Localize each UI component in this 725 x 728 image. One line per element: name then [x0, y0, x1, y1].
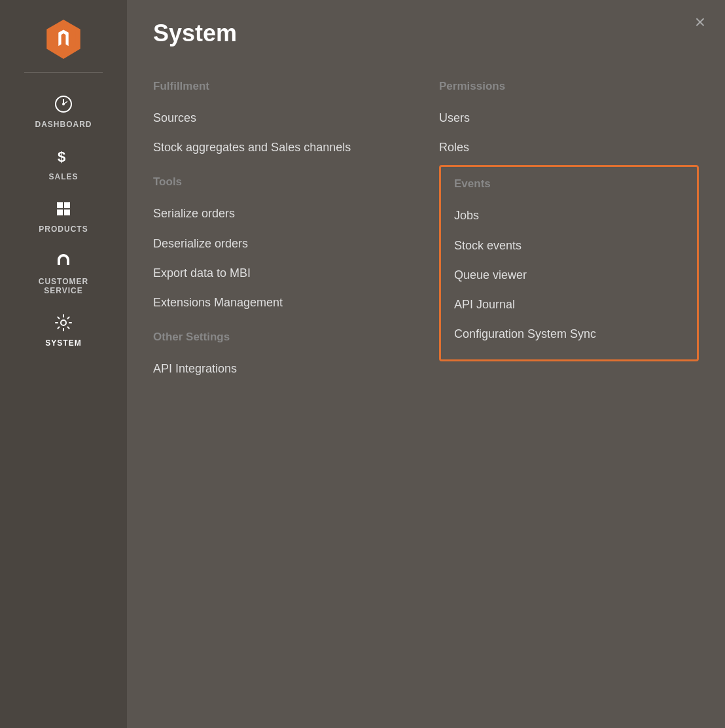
- svg-text:$: $: [58, 149, 66, 165]
- menu-item-users[interactable]: Users: [439, 103, 699, 133]
- sidebar-item-system[interactable]: SYSTEM: [0, 304, 127, 357]
- menu-item-configuration-system-sync[interactable]: Configuration System Sync: [454, 319, 684, 349]
- menu-item-queue-viewer[interactable]: Queue viewer: [454, 261, 684, 290]
- sidebar-item-customer-service[interactable]: CUSTOMER SERVICE: [0, 243, 127, 304]
- menu-item-jobs[interactable]: Jobs: [454, 201, 684, 230]
- sales-icon: $: [54, 147, 73, 168]
- sidebar-label-system: SYSTEM: [45, 338, 81, 348]
- sidebar-divider: [24, 72, 103, 73]
- sidebar-item-products[interactable]: PRODUCTS: [0, 191, 127, 243]
- menu-item-serialize-orders[interactable]: Serialize orders: [153, 199, 413, 228]
- svg-rect-5: [57, 209, 63, 215]
- menu-item-extensions-management[interactable]: Extensions Management: [153, 288, 413, 318]
- products-icon: [54, 200, 73, 221]
- sidebar: DASHBOARD $ SALES PRODUCTS: [0, 0, 127, 728]
- section-heading-tools: Tools: [153, 175, 413, 189]
- menu-item-deserialize-orders[interactable]: Deserialize orders: [153, 229, 413, 259]
- menu-item-stock-events[interactable]: Stock events: [454, 231, 684, 261]
- svg-rect-6: [64, 209, 70, 215]
- menu-item-sources[interactable]: Sources: [153, 103, 413, 133]
- menu-item-api-integrations[interactable]: API Integrations: [153, 354, 413, 384]
- svg-rect-3: [57, 202, 63, 208]
- logo-area: [0, 13, 127, 72]
- sidebar-label-dashboard: DASHBOARD: [35, 120, 92, 129]
- menu-item-stock-aggregates[interactable]: Stock aggregates and Sales channels: [153, 133, 413, 162]
- svg-rect-7: [58, 261, 60, 265]
- sidebar-item-dashboard[interactable]: DASHBOARD: [0, 86, 127, 138]
- section-heading-permissions: Permissions: [439, 80, 699, 93]
- events-highlighted-section: Events Jobs Stock events Queue viewer AP…: [439, 165, 699, 361]
- sidebar-item-sales[interactable]: $ SALES: [0, 138, 127, 191]
- overlay: DASHBOARD $ SALES PRODUCTS: [0, 0, 725, 728]
- sidebar-label-customer-service: CUSTOMER SERVICE: [39, 277, 88, 295]
- menu-grid: Fulfillment Sources Stock aggregates and…: [153, 67, 699, 384]
- svg-point-9: [61, 320, 66, 325]
- menu-item-api-journal[interactable]: API Journal: [454, 290, 684, 319]
- close-button[interactable]: ×: [695, 13, 705, 31]
- dashboard-icon: [54, 95, 73, 116]
- svg-rect-4: [64, 202, 70, 208]
- customer-service-icon: [54, 252, 73, 273]
- sidebar-label-sales: SALES: [48, 172, 78, 181]
- menu-column-right: Permissions Users Roles Events Jobs Stoc…: [439, 67, 699, 384]
- menu-item-roles[interactable]: Roles: [439, 133, 699, 162]
- system-icon: [54, 314, 73, 335]
- section-heading-other-settings: Other Settings: [153, 331, 413, 344]
- magento-logo: [44, 20, 83, 59]
- page-title: System: [153, 20, 699, 47]
- menu-column-left: Fulfillment Sources Stock aggregates and…: [153, 67, 413, 384]
- main-content: × System Fulfillment Sources Stock aggre…: [127, 0, 725, 728]
- menu-item-export-data-mbi[interactable]: Export data to MBI: [153, 259, 413, 288]
- section-heading-events: Events: [454, 177, 684, 191]
- svg-rect-8: [67, 261, 69, 265]
- sidebar-label-products: PRODUCTS: [39, 225, 88, 234]
- section-heading-fulfillment: Fulfillment: [153, 80, 413, 93]
- svg-point-1: [62, 103, 65, 105]
